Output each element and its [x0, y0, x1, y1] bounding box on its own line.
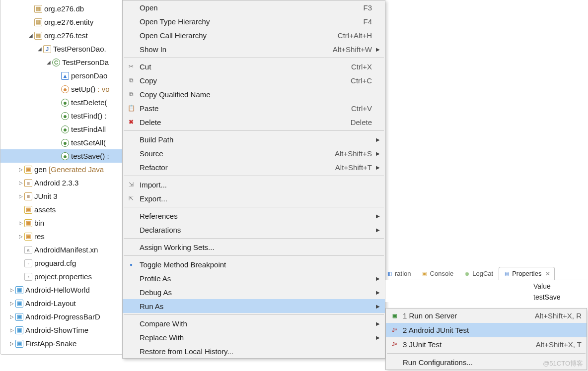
- tree-twisty-collapsed-icon[interactable]: ▷: [17, 193, 24, 199]
- tree-twisty-collapsed-icon[interactable]: ▷: [17, 167, 24, 172]
- tree-twisty-collapsed-icon[interactable]: ▷: [17, 234, 24, 239]
- tree-item-manifest[interactable]: ▶ a AndroidManifest.xn: [0, 243, 124, 256]
- folder-icon: ▣: [24, 219, 32, 227]
- tree-item-field-persondao[interactable]: ▶ ▲ personDao: [0, 69, 124, 82]
- android-junit-icon: Jᵘ: [389, 326, 400, 334]
- submenu-item-junit-test[interactable]: Jᵘ3 JUnit TestAlt+Shift+X, T: [386, 337, 587, 352]
- tree-twisty-collapsed-icon[interactable]: ▷: [8, 327, 15, 333]
- close-tab-icon[interactable]: ✕: [545, 270, 550, 277]
- tree-item-bin[interactable]: ▷ ▣ bin: [0, 216, 124, 230]
- junit-icon: Jᵘ: [389, 341, 400, 349]
- tree-item-method-testfindall[interactable]: ▶ ● testFindAll: [0, 123, 124, 136]
- blank-icon: [126, 319, 137, 327]
- tree-twisty-collapsed-icon[interactable]: ▷: [17, 180, 24, 186]
- tree-item-file-testpersondao[interactable]: ◢ J TestPersonDao.: [0, 42, 124, 56]
- menu-separator: [124, 176, 384, 176]
- submenu-item-android-junit-test[interactable]: Jᵘ2 Android JUnit Test: [386, 323, 587, 337]
- tree-twisty-collapsed-icon[interactable]: ▷: [8, 301, 15, 306]
- menu-item-copy-qualified-name[interactable]: ⧉Copy Qualified Name: [123, 87, 385, 101]
- tree-item-class-testpersondao[interactable]: ◢ C TestPersonDa: [0, 56, 124, 69]
- tree-item-proj-layout[interactable]: ▷ ▣ Android-Layout: [0, 297, 124, 310]
- menu-item-refactor[interactable]: RefactorAlt+Shift+T▶: [123, 160, 385, 174]
- package-icon: ▦: [34, 18, 42, 26]
- tree-item-assets[interactable]: ▶ ▣ assets: [0, 203, 124, 216]
- tree-item-pkg-test[interactable]: ◢ ▦ org.e276.test: [0, 29, 124, 42]
- tree-label: testGetAll(: [71, 138, 121, 147]
- tree-item-proj-helloworld[interactable]: ▷ ▣ Android-HelloWorld: [0, 283, 124, 297]
- tree-twisty-collapsed-icon[interactable]: ▷: [8, 341, 15, 346]
- tab-logcat[interactable]: ◎LogCat: [459, 267, 498, 280]
- tree-item-pkg-entity[interactable]: ▶ ▦ org.e276.entity: [0, 15, 124, 29]
- tree-label: Android 2.3.3: [34, 179, 121, 187]
- submenu-arrow-icon: ▶: [375, 290, 380, 295]
- tree-twisty-collapsed-icon[interactable]: ▷: [8, 314, 15, 319]
- tree-twisty-expanded-icon[interactable]: ◢: [27, 33, 34, 38]
- menu-item-export[interactable]: ⇱Export...: [123, 191, 385, 205]
- tree-item-method-testdelete[interactable]: ▶ ● testDelete(: [0, 96, 124, 109]
- tree-item-pkg-db[interactable]: ▶ ▦ org.e276.db: [0, 2, 124, 15]
- shortcut-label: Delete: [351, 118, 372, 126]
- tree-item-res[interactable]: ▷ ▣ res: [0, 230, 124, 243]
- tree-item-gen[interactable]: ▷ ▣ gen [Generated Java: [0, 163, 124, 176]
- breakpoint-icon: [126, 260, 137, 268]
- menu-item-replace-with[interactable]: Replace With▶: [123, 330, 385, 344]
- copy-icon: ⧉: [126, 76, 137, 84]
- menu-item-assign-working-sets[interactable]: Assign Working Sets...: [123, 240, 385, 254]
- tree-item-method-setup[interactable]: ▶ ● setUp() : vo: [0, 82, 124, 96]
- project-icon: ▣: [15, 313, 23, 321]
- blank-icon: [126, 274, 137, 282]
- tree-label: testSave() :: [71, 152, 121, 160]
- blank-icon: [126, 347, 137, 355]
- shortcut-label: F4: [363, 17, 372, 26]
- tree-item-junit-lib[interactable]: ▷ ≡ JUnit 3: [0, 189, 124, 203]
- menu-item-delete[interactable]: ✖DeleteDelete: [123, 115, 385, 129]
- menu-item-restore-history[interactable]: Restore from Local History...: [123, 344, 385, 358]
- properties-row[interactable]: testSave: [385, 292, 587, 302]
- tree-label: JUnit 3: [34, 192, 121, 200]
- tree-twisty-collapsed-icon[interactable]: ▷: [8, 287, 15, 293]
- tree-twisty-expanded-icon[interactable]: ◢: [45, 60, 52, 65]
- menu-item-profile-as[interactable]: Profile As▶: [123, 271, 385, 285]
- menu-item-copy[interactable]: ⧉CopyCtrl+C: [123, 73, 385, 87]
- menu-item-source[interactable]: SourceAlt+Shift+S▶: [123, 146, 385, 160]
- tree-item-proj-progressbar[interactable]: ▷ ▣ Android-ProgressBarD: [0, 310, 124, 323]
- tree-twisty-collapsed-icon[interactable]: ▷: [17, 220, 24, 226]
- menu-item-debug-as[interactable]: Debug As▶: [123, 285, 385, 299]
- tree-item-android-lib[interactable]: ▷ ≡ Android 2.3.3: [0, 176, 124, 189]
- tab-properties[interactable]: ▤Properties✕: [499, 267, 555, 280]
- menu-item-open[interactable]: OpenF3: [123, 0, 385, 14]
- submenu-arrow-icon: ▶: [375, 47, 380, 52]
- menu-item-open-type-hierarchy[interactable]: Open Type HierarchyF4: [123, 14, 385, 28]
- source-folder-icon: ▣: [24, 166, 32, 174]
- menu-item-paste[interactable]: 📋PasteCtrl+V: [123, 101, 385, 115]
- menu-item-cut[interactable]: ✂CutCtrl+X: [123, 60, 385, 73]
- tree-item-proj-snake[interactable]: ▷ ▣ FirstApp-Snake: [0, 337, 124, 350]
- blank-icon: [126, 288, 137, 296]
- server-icon: ▣: [389, 312, 400, 320]
- tab-declaration[interactable]: ◧ration: [385, 267, 416, 280]
- menu-item-open-call-hierarchy[interactable]: Open Call HierarchyCtrl+Alt+H: [123, 28, 385, 42]
- submenu-item-run-on-server[interactable]: ▣1 Run on ServerAlt+Shift+X, R: [386, 309, 587, 323]
- tree-item-method-testgetall[interactable]: ▶ ● testGetAll(: [0, 136, 124, 149]
- tree-item-proj-showtime[interactable]: ▷ ▣ Android-ShowTime: [0, 323, 124, 337]
- menu-item-declarations[interactable]: Declarations▶: [123, 223, 385, 237]
- package-explorer-tree[interactable]: ▶ ▦ org.e276.db ▶ ▦ org.e276.entity ◢ ▦ …: [0, 0, 124, 355]
- tree-twisty-expanded-icon[interactable]: ◢: [36, 46, 43, 52]
- menu-item-references[interactable]: References▶: [123, 209, 385, 223]
- tab-console[interactable]: ▣Console: [417, 267, 458, 280]
- submenu-arrow-icon: ▶: [375, 304, 380, 309]
- tree-item-method-testsave[interactable]: ▶ ● testSave() :: [0, 149, 124, 163]
- menu-item-compare-with[interactable]: Compare With▶: [123, 316, 385, 330]
- menu-item-toggle-breakpoint[interactable]: Toggle Method Breakpoint: [123, 257, 385, 271]
- tree-label: Android-Layout: [25, 299, 121, 308]
- blank-icon: [126, 135, 137, 143]
- property-value: testSave: [533, 293, 560, 301]
- menu-item-show-in[interactable]: Show InAlt+Shift+W▶: [123, 42, 385, 56]
- menu-item-run-as[interactable]: Run As▶: [123, 299, 385, 313]
- menu-item-build-path[interactable]: Build Path▶: [123, 132, 385, 146]
- tree-item-method-testfind[interactable]: ▶ ● testFind() :: [0, 109, 124, 123]
- tree-item-projectproperties[interactable]: ▶ ▫ project.properties: [0, 270, 124, 283]
- xml-file-icon: a: [24, 246, 32, 254]
- tree-item-proguard[interactable]: ▶ ▫ proguard.cfg: [0, 256, 124, 270]
- menu-item-import[interactable]: ⇲Import...: [123, 178, 385, 191]
